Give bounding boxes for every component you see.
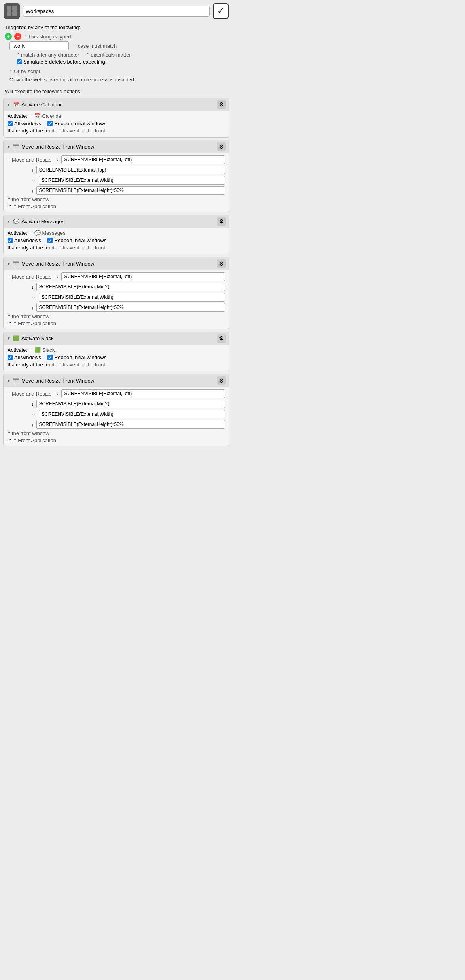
- collapse-arrow-1[interactable]: ▼: [7, 102, 11, 107]
- sub-row-4-2: ↔: [8, 293, 225, 302]
- action-card-1: ▼ 📅 Activate Calendar ⚙ Activate: 📅 Cale…: [3, 98, 229, 138]
- move-resize-label-2[interactable]: Move and Resize: [8, 157, 51, 163]
- sub-row-6-1: ↓: [8, 400, 225, 408]
- gear-button-2[interactable]: ⚙: [217, 142, 226, 151]
- action-header-6: ▼ Move and Resize Front Window ⚙: [4, 374, 229, 387]
- app-select-1[interactable]: 📅 Calendar: [30, 113, 63, 119]
- sub-arrow-6-3: ↕: [31, 422, 34, 428]
- sub-arrow-2-2: ↔: [31, 177, 36, 183]
- svg-rect-0: [7, 6, 11, 11]
- value-input-4-0[interactable]: [61, 272, 225, 281]
- move-resize-label-6[interactable]: Move and Resize: [8, 391, 51, 397]
- simulate-deletes-checkbox[interactable]: Simulate 5 deletes before executing: [17, 59, 105, 65]
- sub-arrow-6-1: ↓: [31, 401, 34, 407]
- in-text-6: in: [8, 437, 11, 443]
- case-must-match-option[interactable]: case must match: [74, 43, 117, 49]
- sub-row-2-1: ↓: [8, 166, 225, 174]
- app-select-3[interactable]: 💬 Messages: [30, 230, 66, 236]
- if-already-front-label-1: If already at the front:: [8, 128, 56, 134]
- value-input-6-2[interactable]: [39, 410, 225, 418]
- value-input-6-1[interactable]: [36, 400, 225, 408]
- sub-arrow-2-3: ↕: [31, 188, 34, 194]
- remove-trigger-button[interactable]: −: [14, 33, 21, 40]
- value-input-2-3[interactable]: [36, 186, 225, 195]
- action-header-2: ▼ Move and Resize Front Window ⚙: [4, 140, 229, 153]
- collapse-arrow-4[interactable]: ▼: [7, 262, 11, 266]
- sub-arrow-4-3: ↕: [31, 305, 34, 311]
- gear-button-3[interactable]: ⚙: [217, 217, 226, 226]
- move-resize-body-2: Move and Resize → ↓ ↔: [4, 153, 229, 212]
- move-resize-row-6-0: Move and Resize →: [8, 389, 225, 398]
- front-app-label-4[interactable]: Front Application: [13, 320, 56, 326]
- move-resize-row-4-0: Move and Resize →: [8, 272, 225, 281]
- this-string-typed-label[interactable]: This string is typed:: [24, 34, 72, 40]
- gear-button-5[interactable]: ⚙: [217, 334, 226, 343]
- checkmark-button[interactable]: ✓: [213, 3, 229, 19]
- value-input-2-2[interactable]: [39, 176, 225, 185]
- all-windows-checkbox-5[interactable]: All windows: [8, 354, 41, 360]
- front-option-select-1[interactable]: leave it at the front: [59, 128, 105, 134]
- value-input-2-1[interactable]: [36, 166, 225, 174]
- window-label-4[interactable]: the front window: [8, 313, 225, 319]
- diacriticals-option[interactable]: diacriticals matter: [86, 52, 130, 58]
- sub-row-2-3: ↕: [8, 186, 225, 195]
- front-app-label-2[interactable]: Front Application: [13, 204, 56, 209]
- move-resize-body-4: Move and Resize → ↓ ↔: [4, 270, 229, 329]
- app-select-5[interactable]: 🟩 Slack: [30, 347, 55, 353]
- window-label-6[interactable]: the front window: [8, 430, 225, 436]
- gear-button-1[interactable]: ⚙: [217, 100, 226, 109]
- arrow-right-2: →: [54, 157, 59, 163]
- match-after-any-option[interactable]: match after any character: [17, 52, 79, 58]
- gear-button-4[interactable]: ⚙: [217, 259, 226, 268]
- action-icon-1: 📅: [13, 102, 19, 107]
- all-windows-checkbox-1[interactable]: All windows: [8, 121, 41, 126]
- reopen-initial-checkbox-5[interactable]: Reopen initial windows: [47, 354, 106, 360]
- gear-button-6[interactable]: ⚙: [217, 376, 226, 385]
- collapse-arrow-6[interactable]: ▼: [7, 379, 11, 383]
- sub-arrow-2-1: ↓: [31, 167, 34, 173]
- action-icon-3: 💬: [13, 219, 19, 224]
- activate-label-5: Activate:: [8, 347, 27, 353]
- action-card-3: ▼ 💬 Activate Messages ⚙ Activate: 💬 Mess…: [3, 215, 229, 254]
- action-title-4: Move and Resize Front Window: [13, 261, 215, 267]
- reopen-initial-checkbox-1[interactable]: Reopen initial windows: [47, 121, 106, 126]
- reopen-initial-checkbox-3[interactable]: Reopen initial windows: [47, 237, 106, 243]
- if-already-front-label-5: If already at the front:: [8, 362, 56, 368]
- actions-title: Will execute the following actions:: [0, 86, 232, 96]
- collapse-arrow-3[interactable]: ▼: [7, 219, 11, 224]
- title-input[interactable]: [23, 6, 210, 17]
- app-icon: [4, 3, 20, 19]
- value-input-2-0[interactable]: [61, 155, 225, 164]
- all-windows-checkbox-3[interactable]: All windows: [8, 237, 41, 243]
- front-option-select-3[interactable]: leave it at the front: [59, 245, 105, 251]
- window-label-2[interactable]: the front window: [8, 196, 225, 202]
- arrow-right-6: →: [54, 391, 59, 397]
- action-card-5: ▼ 🟩 Activate Slack ⚙ Activate: 🟩 Slack A…: [3, 332, 229, 371]
- svg-rect-3: [12, 11, 17, 16]
- action-title-3: 💬 Activate Messages: [13, 219, 215, 224]
- sub-arrow-4-2: ↔: [31, 294, 36, 300]
- collapse-arrow-2[interactable]: ▼: [7, 145, 11, 149]
- add-trigger-button[interactable]: +: [5, 33, 12, 40]
- webserver-label: Or via the web server but all remote acc…: [5, 75, 228, 84]
- front-app-label-6[interactable]: Front Application: [13, 437, 56, 443]
- value-input-4-3[interactable]: [36, 303, 225, 312]
- action-card-6: ▼ Move and Resize Front Window ⚙ Move an…: [3, 374, 229, 446]
- action-body-1: Activate: 📅 Calendar All windows Reopen …: [4, 111, 229, 137]
- value-input-4-1[interactable]: [36, 283, 225, 291]
- action-header-5: ▼ 🟩 Activate Slack ⚙: [4, 332, 229, 345]
- trigger-string-input[interactable]: [9, 41, 69, 50]
- action-card-2: ▼ Move and Resize Front Window ⚙ Move an…: [3, 140, 229, 212]
- collapse-arrow-5[interactable]: ▼: [7, 336, 11, 341]
- triggered-by-label: Triggered by any of the following:: [5, 24, 228, 30]
- header: ✓: [0, 0, 232, 22]
- value-input-6-3[interactable]: [36, 420, 225, 429]
- action-body-5: Activate: 🟩 Slack All windows Reopen ini…: [4, 345, 229, 371]
- sub-arrow-4-1: ↓: [31, 284, 34, 290]
- sub-row-6-2: ↔: [8, 410, 225, 418]
- value-input-4-2[interactable]: [39, 293, 225, 302]
- move-resize-label-4[interactable]: Move and Resize: [8, 274, 51, 280]
- front-option-select-5[interactable]: leave it at the front: [59, 362, 105, 368]
- value-input-6-0[interactable]: [61, 389, 225, 398]
- or-by-script-label[interactable]: Or by script.: [9, 68, 42, 74]
